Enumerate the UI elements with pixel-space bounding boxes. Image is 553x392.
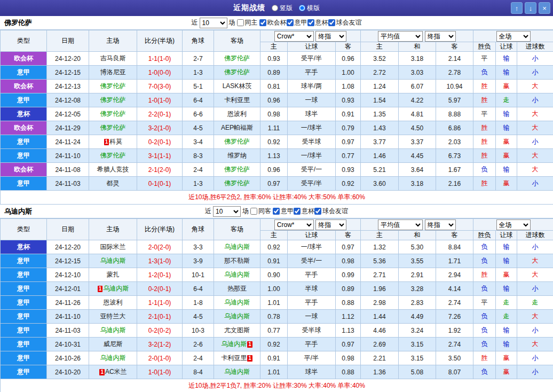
odds-stage-select[interactable]: 终指 bbox=[315, 219, 346, 230]
avg-home-odds: 1.24 bbox=[361, 80, 399, 93]
same-side-filter[interactable]: 同客 bbox=[250, 207, 271, 216]
avg-away-odds: 5.97 bbox=[436, 93, 473, 107]
odds-away: 1.08 bbox=[336, 80, 361, 93]
odds-source-select[interactable]: Crow* bbox=[274, 219, 314, 230]
fullmatch-select[interactable]: 全场 bbox=[496, 219, 531, 230]
red-card-badge: 1 bbox=[98, 286, 103, 292]
league-filter[interactable]: 欧会杯 bbox=[259, 18, 287, 27]
odds-away: 1.00 bbox=[336, 66, 361, 80]
league-filter[interactable]: 意杯 bbox=[307, 18, 328, 27]
league-checkbox[interactable] bbox=[259, 19, 266, 26]
layout-vertical-option[interactable]: 竖版 bbox=[272, 4, 293, 13]
games-count-select[interactable]: 10 bbox=[213, 206, 241, 217]
league-checkbox[interactable] bbox=[287, 19, 294, 26]
odds-home: 0.92 bbox=[260, 338, 288, 351]
same-side-filter[interactable]: 同主 bbox=[237, 18, 258, 27]
avg-draw-odds: 3.03 bbox=[399, 66, 436, 80]
section-controls: 乌迪内斯 近 10 场 同客 意甲意杯球会友谊 bbox=[0, 205, 553, 218]
league-filter[interactable]: 球会友谊 bbox=[328, 18, 362, 27]
avg-home-odds: 3.52 bbox=[361, 52, 399, 66]
league-checkbox[interactable] bbox=[314, 208, 321, 215]
match-row: 意甲24-12-011乌迪内斯0-2(0-1)6-4热那亚1.00半球0.891… bbox=[1, 282, 553, 296]
match-row: 意甲24-12-08佛罗伦萨1-0(1-0)6-4卡利亚里0.96一球0.931… bbox=[1, 93, 553, 107]
home-team: 博洛尼亚 bbox=[89, 66, 137, 80]
corner-score: 6-4 bbox=[183, 282, 214, 296]
match-row: 意甲24-10-26乌迪内斯2-0(1-0)2-4卡利亚里10.91平/半0.9… bbox=[1, 351, 553, 365]
away-team: 佛罗伦萨 bbox=[214, 163, 260, 177]
close-button[interactable]: × bbox=[539, 2, 550, 14]
odds-away: 0.91 bbox=[336, 107, 361, 121]
avg-home-odds: 2.72 bbox=[361, 66, 399, 80]
home-team-name: 佛罗伦萨 bbox=[100, 152, 126, 159]
same-side-checkbox[interactable] bbox=[250, 208, 257, 215]
fullmatch-select[interactable]: 全场 bbox=[496, 31, 531, 42]
handicap-line: 一球 bbox=[288, 93, 336, 107]
corner-score: 3-9 bbox=[183, 254, 214, 268]
match-row: 意甲24-11-03乌迪内斯0-2(0-2)10-3尤文图斯0.77受半球1.1… bbox=[1, 324, 553, 338]
result-handicap: 输 bbox=[496, 324, 517, 338]
league-filter[interactable]: 意甲 bbox=[273, 207, 294, 216]
corner-score: 4-5 bbox=[183, 121, 214, 135]
league-checkbox[interactable] bbox=[328, 19, 335, 26]
avg-stage-select[interactable]: 终指 bbox=[425, 219, 456, 230]
odds-source-select[interactable]: Crow* bbox=[274, 31, 314, 42]
league-filter[interactable]: 意甲 bbox=[287, 18, 307, 27]
avg-draw-odds: 4.81 bbox=[399, 107, 436, 121]
away-team-name: 佛罗伦萨 bbox=[224, 166, 250, 173]
league-checkbox[interactable] bbox=[307, 19, 314, 26]
avg-home-odds: 1.32 bbox=[361, 240, 399, 254]
competition-badge: 意甲 bbox=[1, 324, 47, 338]
result-goals: 小 bbox=[517, 52, 553, 66]
vertical-radio[interactable] bbox=[272, 5, 278, 11]
handicap-line: 一/球半 bbox=[288, 121, 336, 135]
result-goals: 大 bbox=[517, 338, 553, 351]
scroll-down-button[interactable]: ↓ bbox=[525, 2, 536, 14]
vertical-radio-label: 竖版 bbox=[280, 4, 293, 13]
col-odds-away: 客 bbox=[336, 42, 361, 52]
home-team: 乌迪内斯 bbox=[89, 254, 137, 268]
result-handicap: 输 bbox=[496, 107, 517, 121]
avg-source-select[interactable]: 平均值 bbox=[378, 219, 423, 230]
match-date: 24-11-03 bbox=[47, 324, 89, 338]
match-date: 24-11-26 bbox=[47, 296, 89, 310]
competition-badge: 意甲 bbox=[1, 93, 47, 107]
home-team-name: 乌迪内斯 bbox=[100, 354, 126, 362]
layout-horizontal-option[interactable]: 横版 bbox=[299, 4, 320, 13]
corner-score: 2-4 bbox=[183, 351, 214, 365]
same-side-checkbox[interactable] bbox=[237, 19, 244, 26]
odds-away: 0.88 bbox=[336, 365, 361, 379]
league-filter[interactable]: 意杯 bbox=[294, 207, 314, 216]
handicap-odds-group: Crow* 终指 bbox=[260, 30, 361, 42]
average-odds-group: 平均值 终指 bbox=[361, 30, 473, 42]
scroll-up-button[interactable]: ↑ bbox=[511, 2, 523, 14]
home-team-name: AC米兰 bbox=[105, 368, 127, 375]
col-result: 胜负 bbox=[473, 42, 496, 52]
match-date: 24-12-20 bbox=[47, 240, 89, 254]
league-checkbox[interactable] bbox=[294, 208, 301, 215]
corner-score: 1-8 bbox=[183, 296, 214, 310]
odds-home: 0.98 bbox=[260, 107, 288, 121]
avg-away-odds: 1.67 bbox=[436, 163, 473, 177]
competition-badge: 意甲 bbox=[1, 351, 47, 365]
odds-away: 0.93 bbox=[336, 163, 361, 177]
avg-source-select[interactable]: 平均值 bbox=[378, 31, 423, 42]
away-team: 卡利亚里1 bbox=[214, 351, 260, 365]
corner-score: 5-1 bbox=[183, 80, 214, 93]
filter-controls: 近 10 场 同客 意甲意杯球会友谊 bbox=[205, 206, 348, 217]
match-row: 意甲24-12-15博洛尼亚1-0(0-0)1-3佛罗伦萨0.89平手1.002… bbox=[1, 66, 553, 80]
odds-stage-select[interactable]: 终指 bbox=[315, 31, 346, 42]
match-score: 7-0(3-0) bbox=[137, 80, 183, 93]
home-team: 佛罗伦萨 bbox=[89, 80, 137, 93]
away-team-name: AEP帕福斯 bbox=[221, 124, 253, 131]
odds-away: 0.79 bbox=[336, 121, 361, 135]
team-name: 佛罗伦萨 bbox=[4, 18, 32, 28]
match-date: 24-12-10 bbox=[47, 268, 89, 282]
result-outcome: 负 bbox=[473, 240, 496, 254]
avg-stage-select[interactable]: 终指 bbox=[425, 31, 456, 42]
games-count-select[interactable]: 10 bbox=[200, 18, 227, 28]
league-checkbox[interactable] bbox=[273, 208, 280, 215]
result-outcome: 负 bbox=[473, 365, 496, 379]
league-filter[interactable]: 球会友谊 bbox=[314, 207, 348, 216]
odds-home: 0.81 bbox=[260, 80, 288, 93]
horizontal-radio[interactable] bbox=[299, 5, 305, 11]
